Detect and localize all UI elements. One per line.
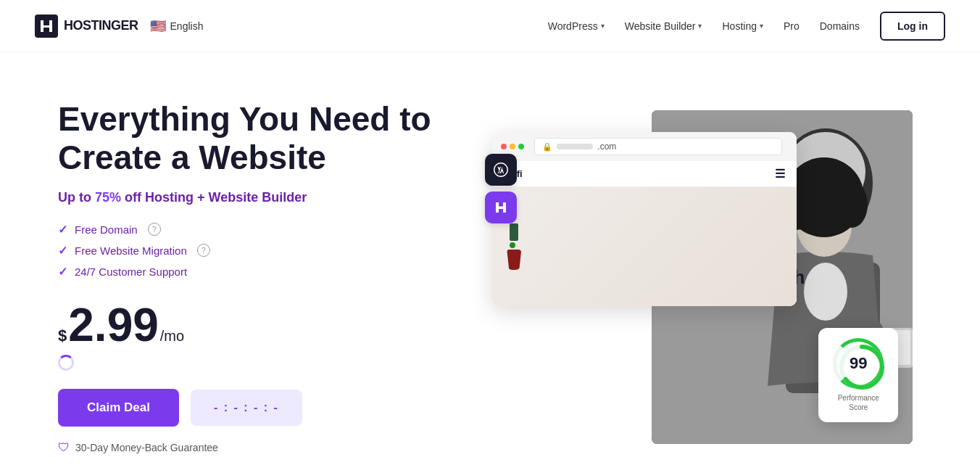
login-button[interactable]: Log in (880, 12, 945, 41)
discount-pct: 75% (95, 190, 121, 205)
price-unit: /mo (160, 328, 184, 345)
brand-name: HOSTINGER (64, 18, 138, 33)
subtitle-prefix: Up to (58, 190, 95, 205)
svg-point-12 (836, 181, 868, 228)
guarantee-row: 🛡 30-Day Money-Back Guarantee (58, 441, 431, 454)
nav-pro[interactable]: Pro (784, 20, 800, 32)
navbar: HOSTINGER 🇺🇸 English WordPress ▾ Website… (0, 0, 980, 52)
spinner-icon (58, 355, 74, 371)
hamburger-icon: ☰ (775, 167, 785, 181)
sidebar-icons (485, 154, 517, 223)
hero-subtitle: Up to 75% off Hosting + Website Builder (58, 190, 431, 205)
hero-illustration: Joyce Beale, Art photograph 🔒 (492, 110, 913, 444)
hero-content: Everything You Need toCreate a Website U… (58, 100, 431, 454)
features-list: ✓ Free Domain ? ✓ Free Website Migration… (58, 223, 431, 279)
chevron-down-icon: ▾ (698, 22, 702, 30)
help-icon-migration[interactable]: ? (197, 244, 210, 257)
nav-website-builder[interactable]: Website Builder ▾ (625, 20, 702, 32)
countdown-timer: - : - : - : - (191, 390, 302, 426)
subtitle-suffix: off Hosting + Website Builder (121, 190, 307, 205)
minimize-dot (510, 144, 515, 149)
shield-icon: 🛡 (58, 441, 70, 454)
performance-circle: 99 (833, 338, 884, 389)
language-label: English (170, 20, 204, 32)
url-dot (557, 144, 593, 149)
plant-decoration (507, 223, 521, 270)
hero-title: Everything You Need toCreate a Website (58, 100, 431, 177)
flag-icon: 🇺🇸 (150, 18, 166, 34)
nav-left: HOSTINGER 🇺🇸 English (35, 15, 203, 38)
cta-row: Claim Deal - : - : - : - (58, 389, 431, 427)
browser-mockup: 🔒 .com Kofi ☰ (492, 132, 797, 306)
feature-migration: ✓ Free Website Migration ? (58, 244, 431, 258)
lock-icon: 🔒 (542, 142, 552, 152)
claim-deal-button[interactable]: Claim Deal (58, 389, 179, 427)
check-icon: ✓ (58, 265, 67, 279)
check-icon: ✓ (58, 244, 67, 258)
chevron-down-icon: ▾ (760, 22, 763, 30)
browser-content: Kofi ☰ (492, 161, 797, 306)
maximize-dot (518, 144, 524, 149)
perf-ring-svg (836, 342, 887, 392)
feature-support: ✓ 24/7 Customer Support (58, 265, 431, 279)
price-amount: 2.99 (68, 302, 159, 348)
browser-controls (501, 144, 524, 149)
feature-domain: ✓ Free Domain ? (58, 223, 431, 236)
hostinger-logo-icon (35, 15, 58, 38)
performance-badge: 99 PerformanceScore (818, 328, 898, 422)
url-text: .com (597, 141, 616, 152)
language-selector[interactable]: 🇺🇸 English (150, 18, 204, 34)
logo[interactable]: HOSTINGER (35, 15, 138, 38)
guarantee-text: 30-Day Money-Back Guarantee (75, 442, 218, 453)
chevron-down-icon: ▾ (601, 22, 605, 30)
price-display: $ 2.99 /mo (58, 302, 431, 348)
help-icon-domain[interactable]: ? (148, 223, 161, 236)
nav-domains[interactable]: Domains (820, 20, 860, 32)
performance-label: PerformanceScore (838, 393, 879, 412)
nav-hosting[interactable]: Hosting ▾ (722, 20, 763, 32)
close-dot (501, 144, 507, 149)
site-nav-bar: Kofi ☰ (492, 161, 797, 187)
hostinger-sidebar-icon (485, 192, 517, 223)
check-icon: ✓ (58, 223, 67, 236)
loading-indicator (58, 354, 431, 371)
site-content-area (492, 187, 797, 306)
price-dollar: $ (58, 326, 67, 345)
nav-wordpress[interactable]: WordPress ▾ (548, 20, 605, 32)
nav-links: WordPress ▾ Website Builder ▾ Hosting ▾ … (548, 12, 945, 41)
hero-visual-area: Joyce Beale, Art photograph 🔒 (460, 96, 945, 458)
hero-section: Everything You Need toCreate a Website U… (0, 52, 980, 473)
url-bar: 🔒 .com (534, 138, 782, 155)
wordpress-icon (485, 154, 517, 186)
browser-bar: 🔒 .com (492, 132, 797, 161)
